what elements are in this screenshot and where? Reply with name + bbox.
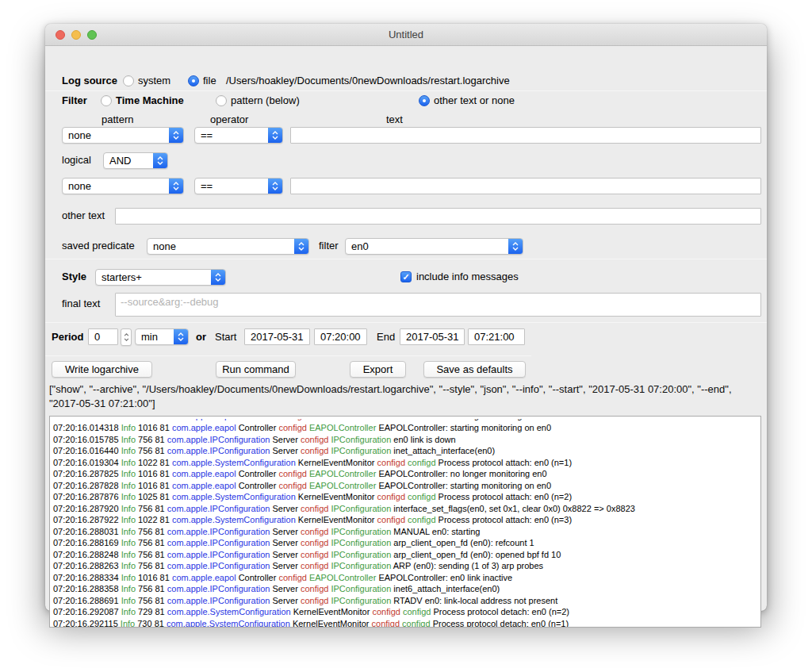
text2-input[interactable]	[290, 178, 761, 194]
run-command-button[interactable]: Run command	[216, 361, 296, 378]
log-line: 07:20:16.019304 Info 1022 81 com.apple.S…	[53, 457, 760, 469]
log-output[interactable]: 07:20:16.014318 Info 1016 81 com.apple.e…	[49, 416, 761, 628]
filter-pattern-radio-label[interactable]: pattern (below)	[231, 92, 300, 109]
title-bar[interactable]: Untitled	[45, 24, 767, 46]
popup-arrows-icon	[169, 179, 183, 194]
popup-arrows-icon	[174, 329, 188, 344]
filter-popup[interactable]: en0	[345, 238, 523, 255]
command-text: ["show", "--archive", "/Users/hoakley/Do…	[49, 382, 763, 411]
start-time-field[interactable]: 07:20:00	[314, 328, 367, 345]
log-source-file-radio[interactable]	[188, 75, 199, 86]
style-label: Style	[62, 268, 86, 286]
style-popup[interactable]: starters+	[95, 269, 226, 286]
log-line: 07:20:16.287828 Info 1016 81 com.apple.e…	[53, 480, 760, 492]
logical-label: logical	[62, 152, 91, 169]
log-line: 07:20:16.287922 Info 1022 81 com.apple.S…	[53, 514, 760, 526]
log-source-system-radio-label[interactable]: system	[138, 72, 170, 90]
log-source-file-radio-label[interactable]: file	[203, 72, 216, 90]
operator2-popup[interactable]: ==	[194, 178, 283, 194]
export-button[interactable]: Export	[350, 361, 406, 378]
pattern1-popup[interactable]: none	[62, 127, 184, 144]
app-window: Untitled Log source system file /Users/h…	[45, 24, 767, 611]
column-header-pattern: pattern	[102, 111, 133, 129]
column-header-text: text	[386, 111, 403, 129]
log-line: 07:20:16.288248 Info 756 81 com.apple.IP…	[53, 549, 760, 561]
filter-popup-label: filter	[319, 237, 339, 255]
log-line: 07:20:16.288169 Info 756 81 com.apple.IP…	[53, 537, 760, 549]
section-divider	[45, 90, 767, 91]
popup-arrows-icon	[268, 128, 282, 143]
or-label: or	[196, 328, 206, 346]
section-divider	[45, 259, 767, 259]
close-window-button[interactable]	[56, 30, 65, 40]
zoom-window-button[interactable]	[87, 30, 97, 40]
popup-arrows-icon	[294, 239, 308, 254]
log-line: 07:20:16.015785 Info 756 81 com.apple.IP…	[53, 434, 760, 446]
period-unit-popup[interactable]: min	[135, 328, 189, 345]
window-title: Untitled	[45, 24, 767, 46]
popup-arrows-icon	[508, 239, 523, 254]
final-text-input[interactable]: --source&arg:--debug	[115, 293, 761, 317]
saved-predicate-label: saved predicate	[62, 237, 135, 255]
end-date-field[interactable]: 2017-05-31	[400, 328, 465, 345]
period-stepper[interactable]	[121, 328, 132, 346]
final-text-label: final text	[62, 295, 100, 313]
filter-time-machine-radio[interactable]	[101, 95, 112, 106]
log-line: 07:20:16.288031 Info 756 81 com.apple.IP…	[53, 526, 760, 538]
text1-input[interactable]	[290, 127, 761, 144]
log-line: 07:20:16.288334 Info 1016 81 com.apple.e…	[53, 572, 760, 584]
window-content: Log source system file /Users/hoakley/Do…	[45, 46, 767, 611]
log-source-system-radio[interactable]	[123, 75, 134, 86]
end-label: End	[377, 328, 395, 346]
section-divider	[45, 355, 531, 356]
final-text-placeholder: --source&arg:--debug	[121, 296, 219, 308]
other-text-label: other text	[62, 207, 105, 225]
filter-pattern-radio[interactable]	[216, 95, 227, 106]
log-line: 07:20:16.292087 Info 729 81 com.apple.Sy…	[53, 606, 760, 618]
include-info-checkbox[interactable]: ✓	[400, 271, 412, 282]
log-line: 07:20:16.016440 Info 756 81 com.apple.IP…	[53, 445, 760, 457]
log-line: 07:20:16.288691 Info 756 81 com.apple.IP…	[53, 595, 760, 607]
log-line: 07:20:16.014318 Info 1016 81 com.apple.e…	[53, 419, 760, 422]
save-as-defaults-button[interactable]: Save as defaults	[423, 361, 526, 378]
log-line: 07:20:16.287920 Info 756 81 com.apple.IP…	[53, 503, 760, 515]
popup-arrows-icon	[153, 153, 167, 168]
pattern2-popup[interactable]: none	[62, 178, 184, 194]
section-divider	[45, 322, 767, 323]
filter-label: Filter	[62, 92, 87, 109]
log-line: 07:20:16.292115 Info 730 81 com.apple.Sy…	[53, 618, 760, 628]
end-time-field[interactable]: 07:21:00	[468, 328, 525, 345]
popup-arrows-icon	[211, 270, 225, 285]
write-logarchive-button[interactable]: Write logarchive	[52, 361, 152, 378]
operator1-popup[interactable]: ==	[194, 127, 283, 144]
log-source-label: Log source	[62, 72, 117, 90]
filter-other-text-radio[interactable]	[419, 95, 430, 106]
popup-arrows-icon	[268, 179, 282, 194]
log-line: 07:20:16.288358 Info 756 81 com.apple.IP…	[53, 583, 760, 595]
saved-predicate-popup[interactable]: none	[147, 238, 309, 255]
filter-time-machine-radio-label[interactable]: Time Machine	[116, 92, 184, 109]
include-info-checkbox-label[interactable]: include info messages	[416, 268, 519, 286]
column-header-operator: operator	[210, 111, 248, 129]
log-line: 07:20:16.287825 Info 1016 81 com.apple.e…	[53, 468, 760, 480]
start-label: Start	[215, 328, 236, 346]
minimize-window-button[interactable]	[71, 30, 81, 40]
start-date-field[interactable]: 2017-05-31	[244, 328, 310, 345]
log-source-path: /Users/hoakley/Documents/0newDownloads/r…	[226, 72, 510, 90]
log-line: 07:20:16.287876 Info 1025 81 com.apple.S…	[53, 491, 760, 503]
log-line: 07:20:16.014318 Info 1016 81 com.apple.e…	[53, 422, 760, 434]
period-value-field[interactable]: 0	[88, 328, 118, 345]
other-text-input[interactable]	[115, 208, 761, 225]
popup-arrows-icon	[169, 128, 183, 143]
filter-other-text-radio-label[interactable]: other text or none	[434, 92, 515, 109]
period-label: Period	[52, 328, 83, 346]
logical-popup[interactable]: AND	[103, 152, 168, 169]
log-line: 07:20:16.288263 Info 756 81 com.apple.IP…	[53, 560, 760, 572]
